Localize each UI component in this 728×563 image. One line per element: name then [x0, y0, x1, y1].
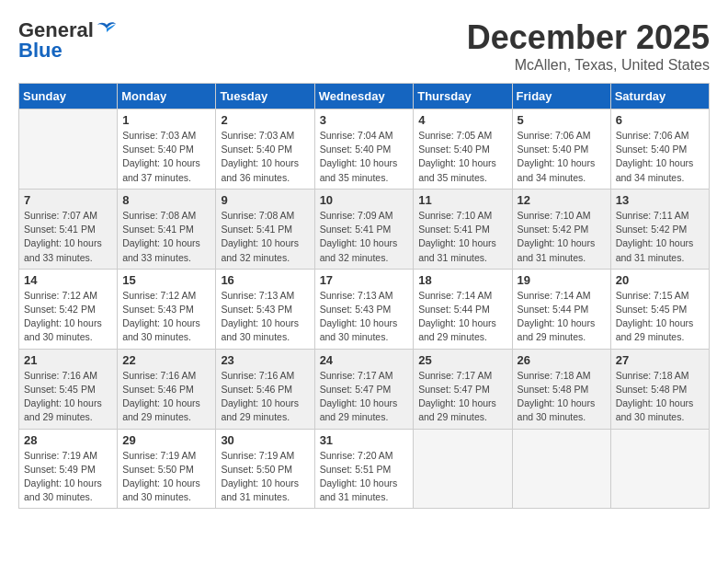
daylight-text: Daylight: 10 hours	[320, 397, 398, 408]
calendar-cell: 4Sunrise: 7:05 AMSunset: 5:40 PMDaylight…	[414, 109, 512, 190]
daylight-text-cont: and 31 minutes.	[518, 252, 586, 263]
sunrise-text: Sunrise: 7:03 AM	[221, 130, 294, 141]
day-info: Sunrise: 7:07 AMSunset: 5:41 PMDaylight:…	[24, 209, 112, 265]
day-info: Sunrise: 7:10 AMSunset: 5:41 PMDaylight:…	[418, 209, 506, 265]
day-number: 30	[221, 433, 309, 447]
calendar-week-row: 7Sunrise: 7:07 AMSunset: 5:41 PMDaylight…	[19, 189, 710, 269]
sunset-text: Sunset: 5:40 PM	[221, 144, 292, 155]
daylight-text: Daylight: 10 hours	[518, 237, 596, 248]
sunset-text: Sunset: 5:42 PM	[518, 224, 589, 235]
day-number: 29	[122, 433, 210, 447]
weekday-header-saturday: Saturday	[610, 84, 709, 109]
calendar-cell: 26Sunrise: 7:18 AMSunset: 5:48 PMDayligh…	[512, 349, 610, 429]
location-text: McAllen, Texas, United States	[467, 57, 710, 74]
day-info: Sunrise: 7:10 AMSunset: 5:42 PMDaylight:…	[518, 209, 606, 265]
day-number: 8	[122, 193, 210, 207]
sunset-text: Sunset: 5:44 PM	[518, 304, 589, 315]
day-info: Sunrise: 7:12 AMSunset: 5:42 PMDaylight:…	[24, 289, 112, 345]
sunset-text: Sunset: 5:41 PM	[221, 224, 292, 235]
day-number: 20	[616, 273, 704, 287]
day-info: Sunrise: 7:09 AMSunset: 5:41 PMDaylight:…	[320, 209, 409, 265]
daylight-text: Daylight: 10 hours	[616, 157, 694, 168]
day-info: Sunrise: 7:03 AMSunset: 5:40 PMDaylight:…	[122, 129, 210, 185]
day-number: 9	[221, 193, 309, 207]
day-number: 10	[320, 193, 409, 207]
daylight-text: Daylight: 10 hours	[418, 397, 496, 408]
daylight-text-cont: and 29 minutes.	[418, 411, 487, 422]
daylight-text-cont: and 29 minutes.	[616, 331, 685, 342]
sunrise-text: Sunrise: 7:12 AM	[122, 290, 196, 301]
sunrise-text: Sunrise: 7:19 AM	[122, 450, 196, 461]
day-info: Sunrise: 7:15 AMSunset: 5:45 PMDaylight:…	[616, 289, 704, 345]
sunrise-text: Sunrise: 7:15 AM	[616, 290, 689, 301]
day-info: Sunrise: 7:14 AMSunset: 5:44 PMDaylight:…	[518, 289, 606, 345]
daylight-text-cont: and 31 minutes.	[320, 491, 389, 502]
day-number: 2	[221, 113, 309, 127]
daylight-text-cont: and 34 minutes.	[518, 172, 586, 183]
day-number: 11	[418, 193, 506, 207]
calendar-cell: 9Sunrise: 7:08 AMSunset: 5:41 PMDaylight…	[216, 189, 314, 269]
daylight-text-cont: and 30 minutes.	[24, 331, 93, 342]
sunrise-text: Sunrise: 7:18 AM	[518, 370, 591, 381]
day-number: 5	[518, 113, 606, 127]
sunset-text: Sunset: 5:40 PM	[616, 144, 688, 155]
day-number: 18	[418, 273, 506, 287]
calendar-cell: 20Sunrise: 7:15 AMSunset: 5:45 PMDayligh…	[610, 269, 709, 349]
daylight-text: Daylight: 10 hours	[221, 317, 299, 328]
sunrise-text: Sunrise: 7:10 AM	[418, 210, 492, 221]
daylight-text-cont: and 33 minutes.	[122, 252, 191, 263]
sunset-text: Sunset: 5:48 PM	[518, 384, 589, 395]
sunset-text: Sunset: 5:42 PM	[616, 224, 688, 235]
sunrise-text: Sunrise: 7:10 AM	[518, 210, 591, 221]
day-number: 14	[24, 273, 112, 287]
sunset-text: Sunset: 5:49 PM	[24, 464, 96, 475]
day-info: Sunrise: 7:20 AMSunset: 5:51 PMDaylight:…	[320, 449, 409, 505]
sunset-text: Sunset: 5:41 PM	[320, 224, 392, 235]
sunset-text: Sunset: 5:40 PM	[122, 144, 194, 155]
sunset-text: Sunset: 5:43 PM	[221, 304, 292, 315]
sunrise-text: Sunrise: 7:05 AM	[418, 130, 492, 141]
sunset-text: Sunset: 5:50 PM	[122, 464, 194, 475]
sunrise-text: Sunrise: 7:11 AM	[616, 210, 689, 221]
sunrise-text: Sunrise: 7:17 AM	[320, 370, 393, 381]
daylight-text: Daylight: 10 hours	[221, 477, 299, 488]
calendar-cell: 19Sunrise: 7:14 AMSunset: 5:44 PMDayligh…	[512, 269, 610, 349]
day-info: Sunrise: 7:08 AMSunset: 5:41 PMDaylight:…	[122, 209, 210, 265]
sunrise-text: Sunrise: 7:03 AM	[122, 130, 196, 141]
daylight-text: Daylight: 10 hours	[122, 477, 200, 488]
page-header: General Blue December 2025 McAllen, Texa…	[18, 18, 710, 74]
daylight-text-cont: and 34 minutes.	[616, 172, 685, 183]
sunrise-text: Sunrise: 7:16 AM	[221, 370, 294, 381]
sunrise-text: Sunrise: 7:12 AM	[24, 290, 97, 301]
day-info: Sunrise: 7:13 AMSunset: 5:43 PMDaylight:…	[320, 289, 409, 345]
calendar-cell: 14Sunrise: 7:12 AMSunset: 5:42 PMDayligh…	[19, 269, 118, 349]
logo-blue: Blue	[18, 39, 63, 63]
month-title: December 2025	[467, 18, 710, 57]
day-info: Sunrise: 7:06 AMSunset: 5:40 PMDaylight:…	[616, 129, 704, 185]
day-info: Sunrise: 7:12 AMSunset: 5:43 PMDaylight:…	[122, 289, 210, 345]
calendar-cell: 7Sunrise: 7:07 AMSunset: 5:41 PMDaylight…	[19, 189, 118, 269]
calendar-week-row: 21Sunrise: 7:16 AMSunset: 5:45 PMDayligh…	[19, 349, 710, 429]
daylight-text: Daylight: 10 hours	[24, 237, 102, 248]
day-info: Sunrise: 7:19 AMSunset: 5:50 PMDaylight:…	[221, 449, 309, 505]
sunset-text: Sunset: 5:45 PM	[616, 304, 688, 315]
daylight-text: Daylight: 10 hours	[122, 397, 200, 408]
daylight-text: Daylight: 10 hours	[616, 237, 694, 248]
calendar-cell: 25Sunrise: 7:17 AMSunset: 5:47 PMDayligh…	[414, 349, 512, 429]
daylight-text: Daylight: 10 hours	[320, 157, 398, 168]
daylight-text-cont: and 30 minutes.	[518, 411, 586, 422]
day-info: Sunrise: 7:19 AMSunset: 5:50 PMDaylight:…	[122, 449, 210, 505]
daylight-text-cont: and 29 minutes.	[320, 411, 389, 422]
daylight-text-cont: and 35 minutes.	[418, 172, 487, 183]
daylight-text-cont: and 33 minutes.	[24, 252, 93, 263]
calendar-cell: 3Sunrise: 7:04 AMSunset: 5:40 PMDaylight…	[314, 109, 414, 190]
sunset-text: Sunset: 5:46 PM	[122, 384, 194, 395]
sunset-text: Sunset: 5:40 PM	[320, 144, 392, 155]
calendar-cell: 27Sunrise: 7:18 AMSunset: 5:48 PMDayligh…	[610, 349, 709, 429]
daylight-text: Daylight: 10 hours	[418, 157, 496, 168]
calendar-cell: 23Sunrise: 7:16 AMSunset: 5:46 PMDayligh…	[216, 349, 314, 429]
sunrise-text: Sunrise: 7:19 AM	[221, 450, 294, 461]
sunset-text: Sunset: 5:51 PM	[320, 464, 392, 475]
sunset-text: Sunset: 5:43 PM	[320, 304, 392, 315]
sunrise-text: Sunrise: 7:09 AM	[320, 210, 393, 221]
